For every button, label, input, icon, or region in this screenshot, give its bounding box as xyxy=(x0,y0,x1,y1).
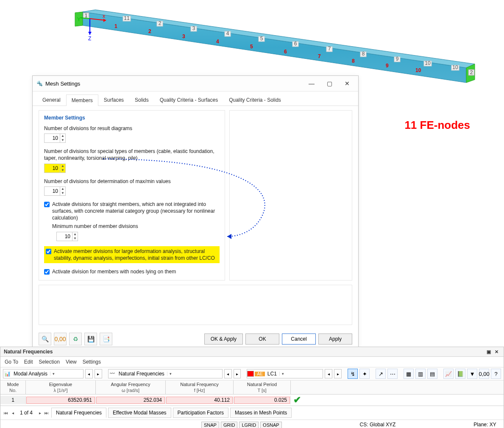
chevron-down-icon[interactable]: ▾ xyxy=(167,372,174,376)
snap-button[interactable]: SNAP xyxy=(201,422,219,428)
mesh-settings-dialog: 🔩 Mesh Settings — ▢ ✕ General Members Su… xyxy=(32,75,359,351)
prev-button[interactable]: ◂ xyxy=(85,369,93,378)
cell-period[interactable]: 0.025 xyxy=(234,397,290,404)
next-button[interactable]: ▸ xyxy=(334,369,342,378)
svg-text:Z: Z xyxy=(88,36,91,42)
tab-members[interactable]: Members xyxy=(66,94,98,106)
svg-text:1: 1 xyxy=(114,23,117,29)
tab-surfaces[interactable]: Surfaces xyxy=(98,94,129,106)
next-button[interactable]: ▸ xyxy=(95,369,102,378)
table-row[interactable]: 1 63520.951 252.034 40.112 0.025 ✔ xyxy=(0,395,504,406)
osnap-button[interactable]: OSNAP xyxy=(260,422,282,428)
maximize-button[interactable]: ▢ xyxy=(322,78,337,89)
app-icon: 🔩 xyxy=(36,80,43,87)
activate-straight-checkbox[interactable] xyxy=(44,202,50,207)
divisions-result-input[interactable] xyxy=(45,134,60,142)
divisions-maxmin-spinner[interactable]: ▲▼ xyxy=(44,186,66,196)
spin-down-icon[interactable]: ▼ xyxy=(60,138,65,142)
panel-close-icon[interactable]: ✕ xyxy=(493,349,500,355)
grid-button[interactable]: GRID xyxy=(221,422,238,428)
apply-button[interactable]: Apply xyxy=(318,334,352,345)
menu-goto[interactable]: Go To xyxy=(5,359,18,365)
divisions-special-input[interactable] xyxy=(45,164,60,172)
spin-down-icon[interactable]: ▼ xyxy=(60,168,65,172)
menu-edit[interactable]: Edit xyxy=(24,359,33,365)
min-div-input[interactable] xyxy=(57,233,72,240)
cell-frequency[interactable]: 40.112 xyxy=(166,397,233,404)
funnel-icon[interactable]: ▼ xyxy=(467,369,477,379)
menu-settings[interactable]: Settings xyxy=(83,359,101,365)
columns-icon[interactable]: ▥ xyxy=(415,369,426,379)
help-icon[interactable]: ? xyxy=(491,369,501,379)
result-combo[interactable]: 〰 Natural Frequencies ▾ xyxy=(108,369,223,378)
rows-icon[interactable]: ▤ xyxy=(427,369,437,379)
chart-icon[interactable]: 📈 xyxy=(443,369,454,379)
ok-apply-button[interactable]: OK & Apply xyxy=(204,334,243,345)
loadcase-combo-text: LC1 xyxy=(265,371,279,377)
menu-view[interactable]: View xyxy=(66,359,77,365)
tab-masses-in-mesh-points[interactable]: Masses in Mesh Points xyxy=(230,408,292,418)
close-button[interactable]: ✕ xyxy=(340,78,355,89)
filter2-icon[interactable]: ⋯ xyxy=(387,369,398,379)
svg-text:x: x xyxy=(103,13,105,19)
prev-button[interactable]: ◂ xyxy=(224,369,232,378)
spin-up-icon[interactable]: ▲ xyxy=(60,134,65,138)
spin-down-icon[interactable]: ▼ xyxy=(72,236,78,241)
chevron-down-icon[interactable]: ▾ xyxy=(50,372,57,376)
spin-up-icon[interactable]: ▲ xyxy=(60,187,65,191)
highlight-tool-icon[interactable]: ✦ xyxy=(359,369,370,379)
tab-general[interactable]: General xyxy=(37,94,66,106)
divisions-special-label: Number of divisions for special types of… xyxy=(44,148,220,161)
cancel-button[interactable]: Cancel xyxy=(282,334,316,345)
ok-button[interactable]: OK xyxy=(245,334,279,345)
analysis-combo[interactable]: 📊 Modal Analysis ▾ xyxy=(3,369,84,378)
chevron-down-icon[interactable]: ▾ xyxy=(279,372,286,376)
activate-nodes-checkbox[interactable] xyxy=(44,269,50,275)
next-button[interactable]: ▸ xyxy=(234,369,241,378)
refresh-button[interactable]: ♻ xyxy=(69,333,82,345)
minimize-button[interactable]: — xyxy=(304,78,319,89)
lower-blank-pane xyxy=(39,285,352,325)
dialog-titlebar[interactable]: 🔩 Mesh Settings — ▢ ✕ xyxy=(33,76,358,92)
activate-large-deformation-checkbox[interactable] xyxy=(46,249,51,254)
import-button[interactable]: 💾 xyxy=(84,333,97,345)
spin-up-icon[interactable]: ▲ xyxy=(60,164,65,168)
tab-natural-frequencies[interactable]: Natural Frequencies xyxy=(51,408,106,418)
min-div-spinner[interactable]: ▲▼ xyxy=(56,232,78,241)
section-title: Member Settings xyxy=(44,115,220,121)
col-freq-a: Natural Frequency xyxy=(166,381,233,387)
tab-qc-solids[interactable]: Quality Criteria - Solids xyxy=(223,94,287,106)
spin-down-icon[interactable]: ▼ xyxy=(60,191,65,195)
tab-solids[interactable]: Solids xyxy=(129,94,154,106)
menu-selection[interactable]: Selection xyxy=(39,359,60,365)
help-button[interactable]: 🔍 xyxy=(39,333,51,345)
lgrid-button[interactable]: LGRID xyxy=(239,422,259,428)
loadcase-combo[interactable]: AE LC1 ▾ xyxy=(247,369,323,378)
spin-up-icon[interactable]: ▲ xyxy=(72,232,78,236)
svg-text:Y: Y xyxy=(77,17,81,22)
select-tool-icon[interactable]: ↯ xyxy=(348,369,358,379)
divisions-result-spinner[interactable]: ▲▼ xyxy=(44,133,66,143)
page-indicator: 1 of 4 xyxy=(20,410,33,416)
excel-icon[interactable]: 📗 xyxy=(455,369,465,379)
filter1-icon[interactable]: ↗ xyxy=(376,369,386,379)
cell-angular[interactable]: 252.034 xyxy=(96,397,165,404)
table-icon[interactable]: ▦ xyxy=(404,369,414,379)
units-icon[interactable]: 0,00 xyxy=(479,369,489,379)
cell-eigenvalue[interactable]: 63520.951 xyxy=(26,397,95,404)
settings-button[interactable]: 📑 xyxy=(100,333,112,345)
page-nav[interactable]: ▸⏭ xyxy=(37,411,50,415)
tab-participation-factors[interactable]: Participation Factors xyxy=(173,408,228,418)
tab-effective-modal-masses[interactable]: Effective Modal Masses xyxy=(108,408,171,418)
activate-nodes-label: Activate division for members with nodes… xyxy=(52,268,176,275)
divisions-result-label: Number of divisions for result diagrams xyxy=(44,125,220,132)
panel-undock-icon[interactable]: ▣ xyxy=(485,349,493,355)
prev-button[interactable]: ◂ xyxy=(325,369,332,378)
loadcase-tag: AE xyxy=(255,372,265,376)
page-nav[interactable]: ⏮◂ xyxy=(3,411,16,415)
units-button[interactable]: 0,00 xyxy=(54,333,67,345)
divisions-maxmin-input[interactable] xyxy=(45,187,60,195)
tab-qc-surfaces[interactable]: Quality Criteria - Surfaces xyxy=(154,94,223,106)
divisions-special-spinner[interactable]: ▲▼ xyxy=(44,164,66,173)
analysis-icon: 📊 xyxy=(3,371,11,377)
